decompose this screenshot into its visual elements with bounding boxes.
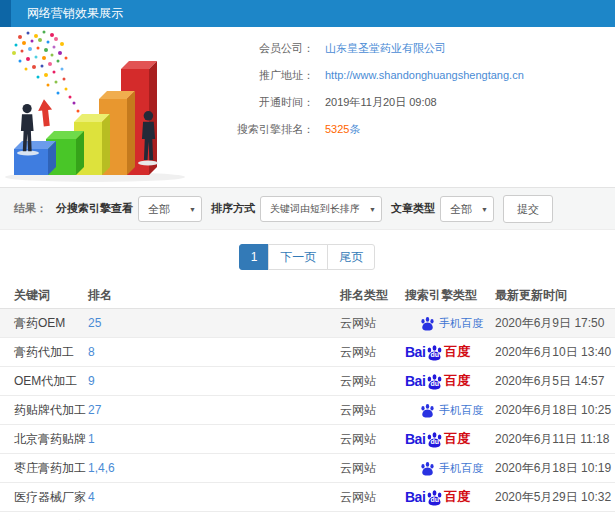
rank-link[interactable]: 1 [88, 432, 95, 446]
promotion-url-link[interactable]: http://www.shandonghuangshengtang.cn [325, 66, 524, 84]
mobile-baidu-label: 手机百度 [439, 403, 483, 418]
sort-filter-select[interactable]: 关键词由短到长排序 ▼ [260, 196, 382, 222]
update-time-cell: 2020年6月10日 13:40 [495, 338, 615, 367]
keyword-ranking-table: 关键词排名排名类型搜索引擎类型最新更新时间 膏药OEM 25 云网站 手机百度 … [0, 282, 615, 520]
article-type-filter-select[interactable]: 全部 ▼ [440, 196, 494, 222]
engine-type-cell: 手机百度 [405, 512, 495, 520]
rank-link[interactable]: 8 [88, 345, 95, 359]
engine-type-cell: 手机百度 [405, 396, 495, 425]
engine-filter-value: 全部 [148, 203, 170, 215]
baidu-du-text: du [431, 350, 440, 357]
baidu-paw-icon [420, 403, 435, 418]
page-title: 网络营销效果展示 [11, 0, 123, 27]
rank-link[interactable]: 27 [88, 403, 101, 417]
update-time-cell: 2020年6月9日 17:50 [495, 309, 615, 338]
keyword-cell: OEM代加工 [0, 367, 88, 396]
baidu-logo-badge[interactable]: Bai du百度 [405, 343, 495, 361]
rank-link[interactable]: 9 [88, 374, 95, 388]
column-header-4: 搜索引擎类型 [405, 282, 495, 309]
baidu-paw-icon [420, 461, 435, 476]
submit-button[interactable]: 提交 [503, 195, 553, 223]
rank-type-cell: 云网站 [340, 454, 405, 483]
update-time-cell: 2020年6月11日 11:18 [495, 425, 615, 454]
engine-type-cell: Bai du百度 [405, 338, 495, 367]
member-company-link[interactable]: 山东皇圣堂药业有限公司 [325, 39, 446, 57]
engine-type-cell: 手机百度 [405, 454, 495, 483]
column-header-5: 最新更新时间 [495, 282, 615, 309]
mobile-baidu-badge[interactable]: 手机百度 [405, 403, 495, 418]
baidu-du-text: du [431, 495, 440, 502]
table-row: 医疗器械厂家 4 云网站 Bai du百度 2020年5月29日 10:32 [0, 483, 615, 512]
next-page-button[interactable]: 下一页 [268, 244, 328, 270]
article-type-filter-value: 全部 [450, 203, 472, 215]
update-time-cell: 2020年5月29日 10:32 [495, 483, 615, 512]
rank-link[interactable]: 4 [88, 490, 95, 504]
mobile-baidu-badge[interactable]: 手机百度 [405, 316, 495, 331]
table-row: 膏药代加工 8 云网站 Bai du百度 2020年6月10日 13:40 [0, 338, 615, 367]
table-row: 枣庄膏药加工 1,4,6 云网站 手机百度 2020年6月18日 10:19 [0, 454, 615, 483]
rank-cell: 4 [88, 483, 340, 512]
mobile-baidu-label: 手机百度 [439, 461, 483, 476]
rank-type-cell: 云网站 [340, 512, 405, 520]
table-header-row: 关键词排名排名类型搜索引擎类型最新更新时间 [0, 282, 615, 309]
baidu-cn-text: 百度 [444, 488, 470, 506]
search-rank-value[interactable]: 5325条 [325, 120, 360, 138]
rank-cell: 25 [88, 309, 340, 338]
baidu-cn-text: 百度 [444, 343, 470, 361]
mobile-baidu-label: 手机百度 [439, 316, 483, 331]
baidu-latin-text: Bai [405, 373, 425, 389]
table-row: 药贴牌代加工 27 云网站 手机百度 2020年6月18日 10:25 [0, 396, 615, 425]
search-rank-unit: 条 [349, 123, 360, 135]
promotion-url-row: 推广地址： http://www.shandonghuangshengtang.… [196, 66, 615, 84]
member-company-row: 会员公司： 山东皇圣堂药业有限公司 [196, 39, 615, 57]
column-header-3: 排名类型 [340, 282, 405, 309]
rank-cell: 27 [88, 396, 340, 425]
sort-filter-label: 排序方式 [211, 201, 255, 216]
baidu-cn-text: 百度 [444, 372, 470, 390]
rank-type-cell: 云网站 [340, 338, 405, 367]
filter-bar: 结果： 分搜索引擎查看 全部 ▼ 排序方式 关键词由短到长排序 ▼ 文章类型 全… [0, 187, 615, 230]
keyword-cell: 膏药OEM [0, 309, 88, 338]
engine-type-cell: Bai du百度 [405, 367, 495, 396]
baidu-logo-badge[interactable]: Bai du百度 [405, 430, 495, 448]
rank-link[interactable]: 1,4,6 [88, 461, 115, 475]
result-label: 结果： [14, 201, 47, 216]
keyword-cell: 医疗器械厂家 [0, 483, 88, 512]
rank-cell: 9 [88, 367, 340, 396]
open-time-row: 开通时间： 2019年11月20日 09:08 [196, 93, 615, 111]
pagination: 1 下一页 尾页 [0, 244, 615, 270]
rank-cell: 1,4,6 [88, 454, 340, 483]
engine-type-cell: Bai du百度 [405, 483, 495, 512]
engine-filter-select[interactable]: 全部 ▼ [138, 196, 202, 222]
bar-chart-growth-image [0, 27, 196, 187]
rank-link[interactable]: 25 [88, 316, 101, 330]
baidu-paw-icon [420, 316, 435, 331]
keyword-cell: 北京膏药贴牌 [0, 425, 88, 454]
search-rank-count: 5325 [325, 123, 349, 135]
member-company-label: 会员公司： [196, 39, 314, 57]
rank-type-cell: 云网站 [340, 396, 405, 425]
chevron-down-icon: ▼ [189, 197, 196, 222]
baidu-du-text: du [431, 379, 440, 386]
rank-type-cell: 云网站 [340, 367, 405, 396]
search-rank-label: 搜索引擎排名： [196, 120, 314, 138]
update-time-cell: 2020年6月18日 10:19 [495, 454, 615, 483]
account-info-section: 会员公司： 山东皇圣堂药业有限公司 推广地址： http://www.shand… [0, 27, 615, 187]
open-time-value: 2019年11月20日 09:08 [325, 93, 437, 111]
engine-type-cell: 手机百度 [405, 309, 495, 338]
engine-filter-label: 分搜索引擎查看 [56, 201, 133, 216]
last-page-button[interactable]: 尾页 [327, 244, 375, 270]
title-bar: 网络营销效果展示 [0, 0, 615, 27]
update-time-cell: 2020年6月5日 14:57 [495, 367, 615, 396]
page-1-button[interactable]: 1 [239, 244, 270, 270]
mobile-baidu-badge[interactable]: 手机百度 [405, 461, 495, 476]
table-row: OEM代加工 9 云网站 Bai du百度 2020年6月5日 14:57 [0, 367, 615, 396]
open-time-label: 开通时间： [196, 93, 314, 111]
keyword-cell: 枣庄膏药加工 [0, 454, 88, 483]
baidu-logo-badge[interactable]: Bai du百度 [405, 488, 495, 506]
baidu-logo-badge[interactable]: Bai du百度 [405, 372, 495, 390]
chevron-down-icon: ▼ [481, 197, 488, 222]
column-header-1: 关键词 [0, 282, 88, 309]
rank-type-cell: 云网站 [340, 425, 405, 454]
rank-cell: 17 [88, 512, 340, 520]
